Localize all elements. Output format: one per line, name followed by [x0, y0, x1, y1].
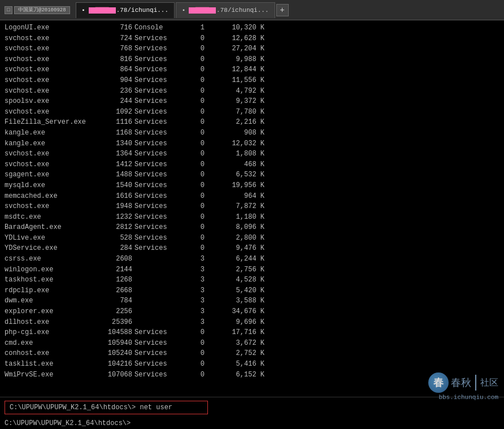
terminal-content: LogonUI.exe 716 Console 1 10,320 K svcho… [0, 20, 504, 397]
new-tab-button[interactable]: + [276, 4, 289, 16]
table-row: msdtc.exe 1232 Services 0 1,180 K [5, 212, 499, 223]
proc-name: rdpclip.exe [5, 285, 95, 296]
proc-name: svchost.exe [5, 64, 95, 75]
proc-session: Services [134, 180, 185, 191]
table-row: svchost.exe 236 Services 0 4,792 K [5, 86, 499, 97]
tab-1[interactable]: ▪ ████ .78/ichunqi... [76, 2, 175, 18]
proc-mem: 908 K [208, 128, 264, 138]
proc-name: taskhost.exe [5, 275, 95, 285]
proc-num: 3 [185, 254, 208, 265]
tab-1-icon: ▪ [82, 7, 85, 14]
proc-name: dllhost.exe [5, 317, 95, 328]
watermark: 春 春秋 社区 bbs.ichunqiu.com [428, 372, 498, 401]
proc-mem: 5,420 K [208, 285, 264, 296]
logo-icon: 春 [428, 372, 449, 393]
tab-2[interactable]: ▪ ████ .78/ichunqi... [176, 2, 275, 18]
proc-session: Services [134, 159, 185, 170]
command-input-box[interactable]: C:\UPUPW\UPUPW_K2.1_64\htdocs\> net user [5, 401, 208, 414]
proc-pid: 104588 [95, 327, 134, 338]
table-row: svchost.exe 1092 Services 0 7,780 K [5, 107, 499, 118]
proc-name: svchost.exe [5, 149, 95, 159]
window-title-tab[interactable]: 中国菜刀@20100928 [14, 6, 70, 14]
proc-num: 0 [185, 170, 208, 180]
proc-session: Services [134, 348, 185, 359]
proc-session: Services [134, 191, 185, 202]
proc-pid: 784 [95, 296, 134, 306]
proc-name: svchost.exe [5, 107, 95, 118]
proc-num: 0 [185, 212, 208, 223]
proc-session [134, 296, 185, 306]
proc-mem: 10,320 K [208, 23, 264, 33]
proc-pid: 1540 [95, 180, 134, 191]
proc-pid: 107068 [95, 370, 134, 380]
proc-session: Services [134, 54, 185, 65]
proc-name: YDLive.exe [5, 233, 95, 244]
proc-mem: 8,096 K [208, 222, 264, 233]
proc-num: 0 [185, 180, 208, 191]
proc-name: conhost.exe [5, 348, 95, 359]
table-row: taskhost.exe 1268 3 4,528 K [5, 275, 499, 285]
proc-pid: 816 [95, 54, 134, 65]
proc-mem: 4,528 K [208, 275, 264, 285]
proc-num: 0 [185, 233, 208, 244]
logo-divider [475, 375, 476, 391]
proc-mem: 2,756 K [208, 265, 264, 275]
table-row: YDLive.exe 528 Services 0 2,800 K [5, 233, 499, 244]
proc-name: msdtc.exe [5, 212, 95, 223]
proc-session [134, 254, 185, 265]
table-row: php-cgi.exe 104588 Services 0 17,716 K [5, 327, 499, 338]
proc-name: kangle.exe [5, 128, 95, 138]
proc-pid: 2144 [95, 265, 134, 275]
proc-pid: 768 [95, 44, 134, 54]
proc-name: cmd.exe [5, 338, 95, 349]
table-row: svchost.exe 816 Services 0 9,988 K [5, 54, 499, 65]
proc-pid: 105940 [95, 338, 134, 349]
table-row: explorer.exe 2256 3 34,676 K [5, 306, 499, 317]
proc-pid: 1616 [95, 191, 134, 202]
table-row: WmiPrvSE.exe 107068 Services 0 6,152 K [5, 370, 499, 380]
proc-pid: 2608 [95, 254, 134, 265]
proc-name: kangle.exe [5, 138, 95, 149]
window-controls[interactable]: □ 中国菜刀@20100928 [5, 6, 70, 14]
logo-main-text: 春秋 [451, 376, 471, 389]
command-text: C:\UPUPW\UPUPW_K2.1_64\htdocs\> net user [10, 404, 172, 411]
table-row: dwm.exe 784 3 3,588 K [5, 296, 499, 306]
proc-session [134, 265, 185, 275]
restore-button[interactable]: □ [5, 6, 12, 14]
proc-session: Services [134, 222, 185, 233]
tab-2-blur: ████ [189, 7, 216, 14]
proc-name: php-cgi.exe [5, 327, 95, 338]
table-row: kangle.exe 1168 Services 0 908 K [5, 128, 499, 138]
proc-mem: 9,988 K [208, 54, 264, 65]
proc-pid: 1364 [95, 149, 134, 159]
proc-mem: 6,152 K [208, 370, 264, 380]
proc-mem: 3,672 K [208, 338, 264, 349]
table-row: memcached.exe 1616 Services 0 964 K [5, 191, 499, 202]
proc-pid: 724 [95, 33, 134, 44]
proc-num: 1 [185, 23, 208, 33]
proc-mem: 7,872 K [208, 201, 264, 212]
proc-num: 0 [185, 201, 208, 212]
proc-pid: 2812 [95, 222, 134, 233]
proc-name: svchost.exe [5, 159, 95, 170]
logo-char: 春 [433, 376, 444, 389]
proc-session [134, 275, 185, 285]
proc-pid: 1232 [95, 212, 134, 223]
proc-num: 0 [185, 54, 208, 65]
proc-name: sgagent.exe [5, 170, 95, 180]
proc-mem: 2,752 K [208, 348, 264, 359]
logo-sub-text: 社区 [480, 377, 498, 389]
proc-pid: 1488 [95, 170, 134, 180]
proc-name: svchost.exe [5, 44, 95, 54]
proc-pid: 716 [95, 23, 134, 33]
proc-session: Services [134, 117, 185, 128]
tab-2-label: .78/ichunqi... [216, 7, 268, 14]
proc-num: 0 [185, 191, 208, 202]
proc-pid: 1168 [95, 128, 134, 138]
proc-session: Console [134, 23, 185, 33]
proc-mem: 12,628 K [208, 33, 264, 44]
proc-session: Services [134, 233, 185, 244]
proc-pid: 1092 [95, 107, 134, 118]
terminal-window: LogonUI.exe 716 Console 1 10,320 K svcho… [0, 20, 504, 429]
proc-session: Services [134, 338, 185, 349]
